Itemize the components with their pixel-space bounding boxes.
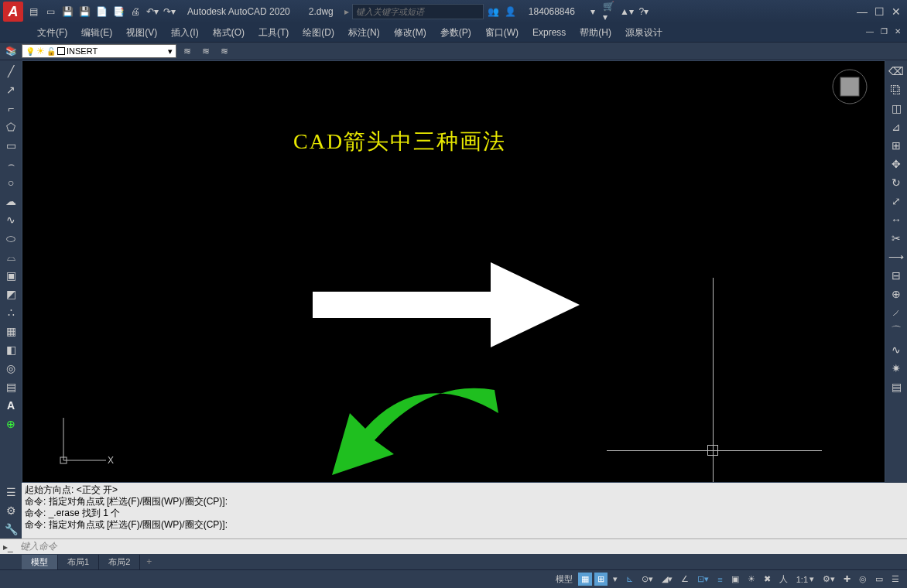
help-icon[interactable]: ?▾	[637, 5, 651, 19]
publish-icon[interactable]: 📑	[111, 5, 125, 19]
menu-parametric[interactable]: 参数(P)	[434, 25, 477, 41]
sb-qp-icon[interactable]: ✖	[761, 573, 774, 586]
sb-cycle-icon[interactable]: ☀	[744, 573, 758, 586]
tab-model[interactable]: 模型	[22, 555, 58, 569]
menu-insert[interactable]: 插入(I)	[165, 25, 204, 41]
sb-gear-icon[interactable]: ⚙▾	[820, 573, 838, 586]
print-icon[interactable]: 🖨	[128, 5, 142, 19]
sb-infer-icon[interactable]: ▾	[610, 573, 621, 586]
tab-layout2[interactable]: 布局2	[99, 555, 140, 569]
sb-quick-icon[interactable]: ◎	[856, 573, 870, 586]
sb-otrack-icon[interactable]: ⊡▾	[694, 573, 712, 586]
tab-layout1[interactable]: 布局1	[58, 555, 99, 569]
gradient-icon[interactable]: ◧	[3, 342, 19, 357]
doc-close[interactable]: ✕	[892, 25, 904, 37]
menu-help[interactable]: 帮助(H)	[573, 25, 618, 41]
sb-snap-icon[interactable]: ⊞	[594, 573, 608, 586]
user-name[interactable]: 184068846	[529, 6, 575, 17]
join-icon[interactable]: ⊕	[888, 286, 904, 302]
menu-express[interactable]: Express	[526, 26, 572, 39]
menu-draw[interactable]: 绘图(D)	[296, 25, 341, 41]
dropdown-icon[interactable]: ▾	[586, 5, 600, 19]
explode-icon[interactable]: ✷	[888, 361, 904, 376]
sb-add-icon[interactable]: ✚	[840, 573, 854, 586]
minimize-button[interactable]: —	[854, 4, 870, 19]
new-icon[interactable]: ▤	[26, 5, 40, 19]
draworder-icon[interactable]: ▤	[888, 379, 904, 395]
close-button[interactable]: ✕	[888, 4, 904, 19]
menu-edit[interactable]: 编辑(E)	[75, 25, 118, 41]
user-icon[interactable]: 👤	[504, 5, 518, 19]
doc-minimize[interactable]: —	[864, 25, 876, 37]
menu-dimension[interactable]: 标注(N)	[342, 25, 386, 41]
apps-icon[interactable]: ▲▾	[620, 5, 634, 19]
move-icon[interactable]: ✥	[888, 156, 904, 172]
sb-tran-icon[interactable]: ▣	[728, 573, 742, 586]
save-icon[interactable]: 💾	[60, 5, 74, 19]
menu-yuanquan[interactable]: 源泉设计	[619, 25, 669, 41]
layer-properties-icon[interactable]: 📚	[3, 43, 19, 59]
menu-window[interactable]: 窗口(W)	[479, 25, 525, 41]
make-block-icon[interactable]: ◩	[3, 286, 19, 302]
region-icon[interactable]: ◎	[3, 361, 19, 376]
sb-polar-icon[interactable]: ⊙▾	[638, 573, 656, 586]
extend-icon[interactable]: ⟶	[888, 249, 904, 265]
menu-format[interactable]: 格式(O)	[207, 25, 251, 41]
plot-icon[interactable]: 📄	[94, 5, 108, 19]
sb-iso-icon[interactable]: ◢▾	[659, 573, 676, 586]
offset-icon[interactable]: ⊿	[888, 119, 904, 135]
addselected-icon[interactable]: ⊕	[3, 416, 19, 432]
doc-restore[interactable]: ❐	[878, 25, 890, 37]
scale-icon[interactable]: ⤢	[888, 193, 904, 209]
sb-lwt-icon[interactable]: ≡	[714, 573, 725, 586]
tab-add[interactable]: +	[140, 555, 158, 569]
maximize-button[interactable]: ☐	[871, 4, 887, 19]
circle-icon[interactable]: ○	[3, 175, 19, 190]
sb-grid-icon[interactable]: ▦	[578, 573, 592, 586]
stretch-icon[interactable]: ↔	[888, 212, 904, 227]
cmd-customize-icon[interactable]: ⚙	[3, 503, 19, 518]
trim-icon[interactable]: ✂	[888, 231, 904, 246]
layer-match-icon[interactable]: ≋	[180, 43, 195, 59]
break-icon[interactable]: ⊟	[888, 268, 904, 283]
undo-icon[interactable]: ↶▾	[145, 5, 159, 19]
menu-file[interactable]: 文件(F)	[31, 25, 74, 41]
cmd-wrench-icon[interactable]: 🔧	[3, 521, 19, 537]
rotate-icon[interactable]: ↻	[888, 175, 904, 190]
sb-model[interactable]: 模型	[553, 572, 576, 586]
chamfer-icon[interactable]: ⟋	[888, 305, 904, 320]
viewcube[interactable]	[830, 67, 869, 106]
layer-dropdown[interactable]: 💡 ☀ 🔓 INSERT ▾	[22, 44, 176, 58]
xline-icon[interactable]: ↗	[3, 82, 19, 97]
erase-icon[interactable]: ⌫	[888, 63, 904, 79]
sb-clean-icon[interactable]: ☰	[888, 573, 902, 586]
sb-people-icon[interactable]: 人	[776, 572, 791, 586]
hatch-icon[interactable]: ▦	[3, 323, 19, 339]
copy-icon[interactable]: ⿻	[888, 82, 904, 97]
point-icon[interactable]: ∴	[3, 305, 19, 320]
command-history[interactable]: 起始方向点: <正交 开> 命令: 指定对角点或 [栏选(F)/圈围(WP)/圈…	[22, 483, 907, 538]
insert-block-icon[interactable]: ▣	[3, 268, 19, 283]
search-input[interactable]	[352, 4, 484, 19]
menu-modify[interactable]: 修改(M)	[388, 25, 433, 41]
command-input-row[interactable]: ▸_ 键入命令	[0, 538, 907, 554]
array-icon[interactable]: ⊞	[888, 138, 904, 153]
signin-icon[interactable]: 👥	[487, 5, 501, 19]
saveas-icon[interactable]: 💾	[77, 5, 91, 19]
drawing-canvas[interactable]: CAD箭头中三种画法 X Y	[22, 60, 885, 483]
ellipse-arc-icon[interactable]: ⌓	[3, 249, 19, 265]
table-icon[interactable]: ▤	[3, 379, 19, 395]
menu-view[interactable]: 视图(V)	[120, 25, 163, 41]
sb-max-icon[interactable]: ▭	[872, 573, 886, 586]
fillet-icon[interactable]: ⌒	[888, 323, 904, 339]
cart-icon[interactable]: 🛒▾	[603, 5, 617, 19]
sb-scale[interactable]: 1:1▾	[793, 573, 817, 586]
mtext-icon[interactable]: A	[3, 398, 19, 413]
arc-icon[interactable]: ⌢	[3, 156, 19, 172]
revcloud-icon[interactable]: ☁	[3, 193, 19, 209]
rectangle-icon[interactable]: ▭	[3, 138, 19, 153]
redo-icon[interactable]: ↷▾	[163, 5, 176, 19]
pline-icon[interactable]: ⌐	[3, 101, 19, 116]
sb-osnap-icon[interactable]: ∠	[678, 573, 692, 586]
sb-ortho-icon[interactable]: ⊾	[623, 573, 636, 586]
